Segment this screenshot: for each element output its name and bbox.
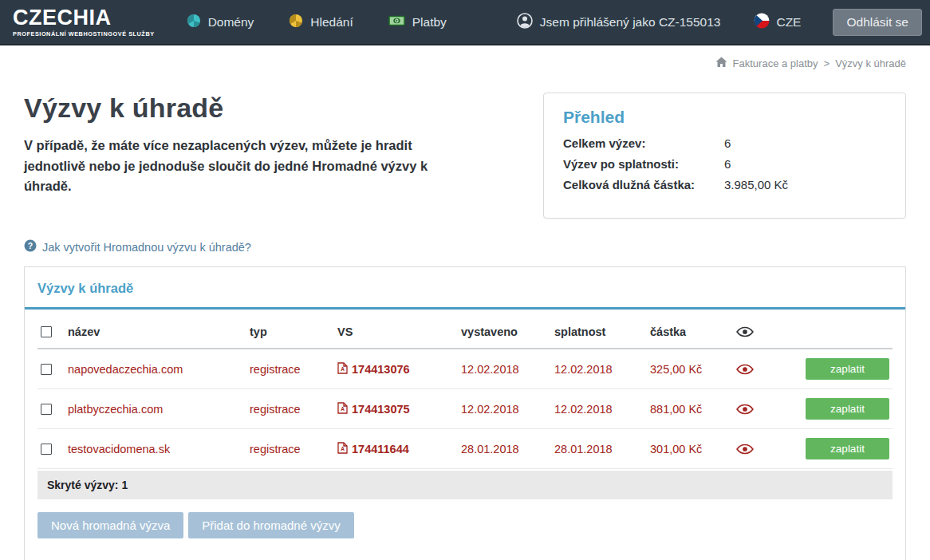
invoice-issued-date: 28.01.2018 — [458, 429, 551, 469]
invoice-amount: 881,00 Kč — [647, 389, 733, 429]
pay-button[interactable]: zaplatit — [806, 358, 889, 380]
home-icon[interactable] — [715, 57, 727, 70]
overview-label: Výzev po splatnosti: — [563, 157, 724, 171]
column-header-issued: vystaveno — [458, 314, 551, 349]
pdf-document-icon[interactable]: A — [337, 402, 348, 416]
svg-text:A: A — [341, 406, 345, 412]
invoice-due-date: 12.02.2018 — [551, 349, 647, 389]
user-icon — [517, 13, 533, 32]
globe-teal-icon — [187, 14, 201, 31]
invoice-type: registrace — [246, 389, 334, 429]
bulk-payment-help-link[interactable]: ? Jak vytvořit Hromadnou výzvu k úhradě? — [24, 239, 906, 254]
hide-invoice-eye-icon[interactable] — [733, 429, 779, 469]
nav-item-domeny[interactable]: Domény — [187, 14, 254, 31]
language-selector[interactable]: CZE — [754, 13, 801, 32]
czech-flag-icon — [754, 13, 770, 32]
invoice-issued-date: 12.02.2018 — [458, 389, 551, 429]
invoice-type: registrace — [246, 429, 334, 469]
card-title: Výzvy k úhradě — [25, 267, 905, 307]
column-header-amount: částka — [647, 314, 733, 349]
logged-in-status[interactable]: Jsem přihlášený jako CZ-155013 — [517, 13, 721, 32]
column-header-due: splatnost — [551, 314, 647, 349]
breadcrumb-separator: > — [824, 57, 830, 69]
pay-button[interactable]: zaplatit — [806, 438, 889, 459]
invoice-vs-number[interactable]: 174413076 — [352, 363, 410, 376]
overview-card: Přehled Celkem výzev: 6 Výzev po splatno… — [543, 93, 906, 219]
nav-label: Domény — [208, 15, 254, 30]
invoice-domain-link[interactable]: testovacidomena.sk — [65, 429, 246, 469]
page-description: V případě, že máte více nezaplacených vý… — [24, 136, 471, 197]
overview-row-amount-due: Celková dlužná částka: 3.985,00 Kč — [563, 178, 886, 191]
overview-row-overdue: Výzev po splatnosti: 6 — [563, 157, 886, 171]
row-checkbox[interactable] — [41, 364, 52, 375]
invoice-domain-link[interactable]: napovedaczechia.com — [65, 349, 246, 389]
invoice-due-date: 12.02.2018 — [551, 389, 647, 429]
row-checkbox[interactable] — [41, 404, 52, 415]
overview-value: 6 — [724, 136, 731, 150]
nav-item-hledani[interactable]: Hledání — [289, 14, 353, 31]
breadcrumb-section[interactable]: Fakturace a platby — [733, 57, 818, 69]
logo-subtitle: PROFESIONÁLNÍ WEBHOSTINGOVÉ SLUŽBY — [13, 31, 155, 37]
overview-label: Celková dlužná částka: — [563, 178, 724, 191]
language-label: CZE — [776, 15, 801, 30]
globe-yellow-icon — [289, 14, 303, 31]
nav-label: Hledání — [310, 15, 353, 30]
bulk-actions: Nová hromadná výzva Přidat do hromadné v… — [37, 512, 893, 538]
nav-label: Platby — [412, 15, 447, 30]
logged-in-text: Jsem přihlášený jako CZ-155013 — [540, 15, 721, 30]
invoice-due-date: 28.01.2018 — [551, 429, 647, 469]
logo-title: CZECHIA — [13, 7, 155, 29]
overview-title: Přehled — [563, 108, 886, 127]
breadcrumb: Fakturace a platby > Výzvy k úhradě — [24, 57, 906, 70]
select-all-checkbox[interactable] — [41, 326, 52, 337]
card-body: název typ VS vystaveno splatnost částka … — [25, 310, 905, 538]
visibility-column-eye-icon[interactable] — [733, 314, 779, 349]
pay-button[interactable]: zaplatit — [806, 398, 889, 420]
overview-value: 6 — [724, 157, 731, 171]
column-header-type: typ — [246, 314, 334, 349]
column-header-name: název — [65, 314, 246, 349]
intro-text-block: Výzvy k úhradě V případě, že máte více n… — [24, 93, 502, 197]
invoice-issued-date: 12.02.2018 — [458, 349, 551, 389]
question-icon: ? — [24, 239, 37, 254]
czechia-logo[interactable]: CZECHIA PROFESIONÁLNÍ WEBHOSTINGOVÉ SLUŽ… — [0, 2, 169, 41]
nav-item-platby[interactable]: Platby — [388, 14, 447, 30]
svg-text:A: A — [341, 366, 345, 372]
hide-invoice-eye-icon[interactable] — [733, 389, 779, 429]
main-nav: Domény Hledání Platby — [187, 14, 447, 31]
invoice-domain-link[interactable]: platbyczechia.com — [65, 389, 246, 429]
help-link-label: Jak vytvořit Hromadnou výzvu k úhradě? — [42, 241, 251, 254]
overview-value: 3.985,00 Kč — [724, 178, 788, 191]
payment-requests-table: název typ VS vystaveno splatnost částka … — [37, 314, 893, 469]
logout-button[interactable]: Odhlásit se — [833, 9, 922, 36]
invoice-amount: 301,00 Kč — [647, 429, 733, 469]
svg-text:?: ? — [28, 241, 33, 250]
hidden-invoices-summary: Skryté výzvy: 1 — [37, 471, 893, 499]
invoice-type: registrace — [246, 349, 334, 389]
table-row: testovacidomena.sk registrace A 17441164… — [37, 429, 893, 469]
payment-requests-card: Výzvy k úhradě název typ VS vystaveno sp… — [24, 266, 906, 560]
invoice-vs-number[interactable]: 174411644 — [352, 443, 409, 455]
breadcrumb-current: Výzvy k úhradě — [835, 57, 906, 69]
invoice-vs-number[interactable]: 174413075 — [352, 403, 410, 416]
header-right-group: Jsem přihlášený jako CZ-155013 CZE Odhlá… — [517, 9, 930, 36]
svg-text:A: A — [341, 446, 345, 452]
row-checkbox[interactable] — [41, 444, 52, 455]
overview-label: Celkem výzev: — [563, 136, 724, 150]
table-row: platbyczechia.com registrace A 174413075… — [37, 389, 893, 429]
hide-invoice-eye-icon[interactable] — [733, 349, 779, 389]
intro-section: Výzvy k úhradě V případě, že máte více n… — [24, 93, 906, 219]
top-navigation-bar: CZECHIA PROFESIONÁLNÍ WEBHOSTINGOVÉ SLUŽ… — [0, 0, 930, 45]
table-row: napovedaczechia.com registrace A 1744130… — [37, 349, 893, 389]
overview-row-total: Celkem výzev: 6 — [563, 136, 886, 150]
pdf-document-icon[interactable]: A — [337, 362, 348, 377]
add-to-bulk-payment-button[interactable]: Přidat do hromadné výzvy — [188, 512, 353, 538]
banknote-icon — [388, 14, 405, 30]
new-bulk-payment-button[interactable]: Nová hromadná výzva — [37, 512, 183, 538]
pdf-document-icon[interactable]: A — [337, 442, 348, 456]
page-title: Výzvy k úhradě — [24, 93, 502, 124]
table-header-row: název typ VS vystaveno splatnost částka — [37, 314, 893, 349]
invoice-amount: 325,00 Kč — [647, 349, 733, 389]
column-header-vs: VS — [334, 314, 458, 349]
